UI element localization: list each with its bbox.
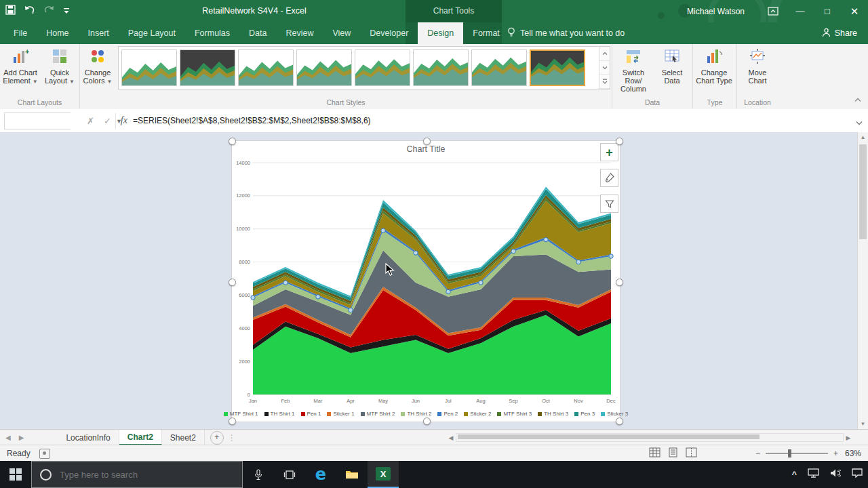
selection-handle[interactable] — [423, 138, 431, 145]
change-chart-type-button[interactable]: Change Chart Type — [695, 45, 733, 97]
sheet-nav-next-icon[interactable]: ▶ — [19, 434, 24, 441]
chart-style-thumbnail-4[interactable] — [296, 49, 352, 86]
chart-style-thumbnail-6[interactable] — [413, 49, 469, 86]
add-chart-element-button[interactable]: + Add Chart Element ▼ — [1, 45, 39, 97]
taskbar-search[interactable] — [31, 461, 243, 488]
file-explorer-button[interactable] — [336, 461, 368, 488]
network-icon[interactable] — [808, 468, 819, 481]
tab-format[interactable]: Format — [463, 22, 509, 44]
hscrollbar-thumb[interactable] — [458, 434, 760, 439]
hscroll-left-icon[interactable]: ◀ — [446, 434, 456, 441]
chart-style-thumbnail-2[interactable] — [180, 49, 235, 86]
customize-qat-dropdown-icon[interactable] — [63, 5, 70, 18]
task-view-button[interactable] — [274, 461, 305, 488]
chart-style-thumbnail-5[interactable] — [355, 49, 410, 86]
volume-icon[interactable] — [830, 468, 841, 481]
enter-formula-icon[interactable]: ✓ — [104, 116, 111, 126]
chart-styles-button[interactable] — [600, 169, 618, 187]
add-sheet-button[interactable]: + — [210, 431, 224, 445]
tab-home[interactable]: Home — [37, 22, 78, 44]
gallery-scroll-down-icon[interactable] — [599, 61, 610, 75]
chart-legend[interactable]: MTF Shirt 1TH Shirt 1Pen 1Sticker 1MTF S… — [232, 411, 620, 417]
gallery-more-icon[interactable] — [599, 75, 610, 89]
chart-object[interactable]: Chart Title 0200040006000800010000120001… — [231, 140, 620, 422]
gallery-scroll-up-icon[interactable] — [599, 47, 610, 61]
select-data-button[interactable]: Select Data — [654, 45, 690, 97]
page-break-view-icon[interactable] — [686, 447, 697, 460]
macro-record-icon[interactable] — [39, 449, 50, 459]
microphone-button[interactable] — [243, 461, 274, 488]
selection-handle[interactable] — [229, 279, 236, 286]
tell-me-box[interactable]: Tell me what you want to do — [507, 22, 625, 44]
selection-handle[interactable] — [616, 418, 623, 425]
vertical-scrollbar[interactable]: ▲ ▼ — [857, 132, 868, 429]
sheet-tab-chart2[interactable]: Chart2 — [119, 430, 162, 445]
formula-bar-expand-icon[interactable] — [856, 116, 863, 128]
zoom-slider-thumb[interactable] — [788, 449, 791, 458]
scrollbar-thumb[interactable] — [859, 144, 867, 239]
chart-style-thumbnail-7[interactable] — [471, 49, 527, 86]
tab-data[interactable]: Data — [239, 22, 276, 44]
minimize-button[interactable]: — — [787, 0, 814, 22]
move-chart-button[interactable]: Move Chart — [738, 45, 776, 97]
formula-input[interactable]: =SERIES(Sheet2!$A$8,Sheet2!$B$2:$M$2,She… — [133, 109, 849, 132]
worksheet-area[interactable]: Chart Title 0200040006000800010000120001… — [0, 132, 868, 429]
ribbon-display-options-icon[interactable] — [760, 0, 787, 22]
action-center-icon[interactable] — [852, 468, 863, 481]
zoom-out-icon[interactable]: − — [755, 449, 760, 458]
tab-design[interactable]: Design — [418, 22, 463, 44]
undo-button[interactable] — [24, 5, 35, 18]
redo-button[interactable] — [43, 5, 55, 18]
ribbon-tab-row: File Home Insert Page Layout Formulas Da… — [0, 22, 868, 44]
sheet-tab-locationinfo[interactable]: LocationInfo — [58, 430, 119, 445]
tab-file[interactable]: File — [4, 22, 37, 44]
tray-chevron-up-icon[interactable]: ^ — [791, 469, 797, 479]
chart-style-thumbnail-3[interactable] — [238, 49, 294, 86]
save-icon[interactable] — [5, 5, 16, 18]
tab-review[interactable]: Review — [276, 22, 323, 44]
scroll-down-icon[interactable]: ▼ — [858, 419, 868, 429]
zoom-in-icon[interactable]: + — [833, 449, 838, 458]
tab-page-layout[interactable]: Page Layout — [119, 22, 185, 44]
selection-handle[interactable] — [616, 138, 623, 145]
maximize-button[interactable]: □ — [814, 0, 841, 22]
collapse-ribbon-icon[interactable] — [854, 93, 861, 105]
search-input[interactable] — [58, 469, 242, 481]
page-layout-view-icon[interactable] — [667, 447, 679, 460]
tab-scroll-splitter[interactable]: ⋮ — [228, 430, 236, 445]
horizontal-scrollbar[interactable]: ◀ ▶ — [446, 432, 853, 443]
quick-layout-button[interactable]: Quick Layout ▼ — [41, 45, 79, 97]
selection-handle[interactable] — [229, 138, 236, 145]
selection-handle[interactable] — [423, 418, 431, 425]
tab-formulas[interactable]: Formulas — [185, 22, 239, 44]
signed-in-user[interactable]: Michael Watson — [687, 7, 745, 16]
chart-style-thumbnail-8[interactable] — [530, 49, 585, 86]
excel-taskbar-button[interactable]: X — [368, 461, 399, 488]
tab-developer[interactable]: Developer — [360, 22, 418, 44]
scroll-up-icon[interactable]: ▲ — [858, 132, 868, 142]
share-button[interactable]: Share — [822, 22, 857, 44]
close-button[interactable]: ✕ — [841, 0, 868, 22]
edge-button[interactable]: e — [305, 461, 336, 488]
chart-elements-button[interactable]: + — [600, 143, 618, 161]
tab-insert[interactable]: Insert — [79, 22, 119, 44]
tab-view[interactable]: View — [323, 22, 360, 44]
hscroll-right-icon[interactable]: ▶ — [844, 434, 853, 441]
selection-handle[interactable] — [229, 418, 236, 425]
cancel-formula-icon[interactable]: ✗ — [87, 116, 94, 126]
zoom-slider[interactable] — [766, 453, 828, 454]
name-box[interactable]: ▼ — [4, 113, 71, 129]
change-colors-button[interactable]: Change Colors ▼ — [80, 45, 115, 97]
normal-view-icon[interactable] — [649, 447, 660, 460]
sheet-tab-sheet2[interactable]: Sheet2 — [162, 430, 205, 445]
chart-title[interactable]: Chart Title — [232, 144, 620, 154]
switch-row-column-button[interactable]: Switch Row/ Column — [614, 45, 653, 97]
chart-filters-button[interactable] — [600, 195, 618, 213]
selection-handle[interactable] — [616, 279, 623, 286]
zoom-percentage[interactable]: 63% — [845, 445, 861, 462]
chart-style-thumbnail-1[interactable] — [121, 49, 177, 86]
insert-function-icon[interactable]: fx — [121, 115, 127, 126]
chart-plot-area[interactable]: 02000400060008000100001200014000JanFebMa… — [232, 157, 621, 409]
sheet-nav-prev-icon[interactable]: ◀ — [5, 434, 11, 441]
start-button[interactable] — [0, 461, 31, 488]
